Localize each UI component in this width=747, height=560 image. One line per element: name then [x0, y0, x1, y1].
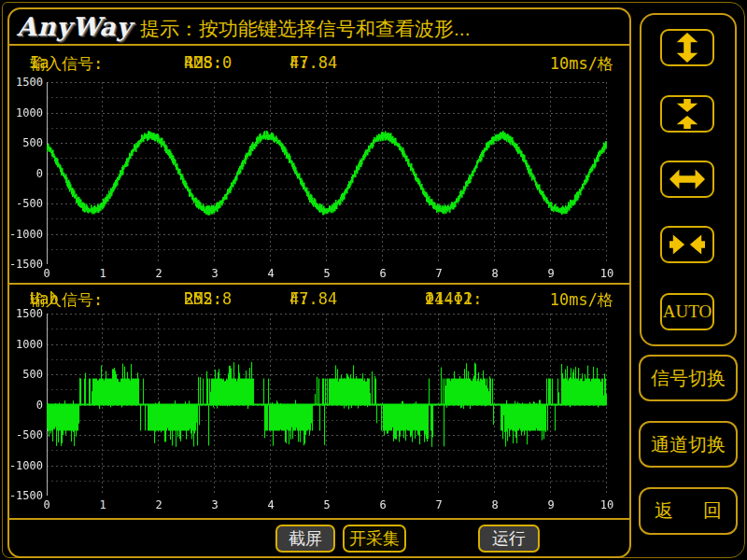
y-tick-label: 500 [7, 368, 43, 381]
y-tick-label: 1000 [7, 338, 43, 351]
hint-text: 提示：按功能键选择信号和查看波形... [140, 16, 471, 42]
x-tick-label: 8 [481, 498, 509, 511]
x-tick-label: 0 [33, 498, 61, 511]
y-tick-label: -500 [7, 197, 43, 210]
main-display-area: AnyWay 提示：按功能键选择信号和查看波形... 输入信号:Ia RMS:4… [7, 7, 631, 558]
anyway-logo: AnyWay [17, 12, 132, 41]
expand-vertical-button[interactable] [660, 29, 714, 66]
waveform1-plot: 150010005000-500-1000-1500012345678910 [47, 82, 607, 264]
y-tick-label: 500 [7, 136, 43, 149]
x-tick-label: 5 [313, 267, 341, 280]
x-tick-label: 5 [313, 498, 341, 511]
y-tick-label: 0 [7, 167, 43, 180]
waveform1-header: 输入信号:Ia RMS:428.0 F:47.84 10ms/格 [9, 53, 629, 74]
x-tick-label: 0 [33, 267, 61, 280]
x-tick-label: 7 [425, 498, 453, 511]
compress-horizontal-icon [669, 233, 705, 256]
y-tick-label: 1500 [7, 76, 43, 89]
x-tick-label: 2 [145, 498, 173, 511]
expand-vertical-icon [671, 33, 703, 63]
compress-vertical-icon [671, 99, 703, 129]
title-bar: AnyWay 提示：按功能键选择信号和查看波形... [9, 9, 629, 46]
x-tick-label: 3 [201, 498, 229, 511]
y-tick-label: 0 [7, 399, 43, 412]
y-tick-label: 1500 [7, 307, 43, 320]
waveform2-header: 输入信号:Uab RMS:252.8 F:47.84 Φ1-Φ2:244.1 1… [9, 289, 629, 310]
y-tick-label: -1000 [7, 459, 43, 472]
x-tick-label: 4 [257, 267, 285, 280]
y-tick-label: -1000 [7, 228, 43, 241]
screenshot-button[interactable]: 截屏 [275, 525, 335, 553]
y-tick-label: -500 [7, 428, 43, 441]
x-tick-label: 10 [593, 267, 621, 280]
x-tick-label: 1 [89, 498, 117, 511]
x-tick-label: 9 [537, 498, 565, 511]
waveform2-canvas [47, 314, 607, 496]
x-tick-label: 6 [369, 267, 397, 280]
x-tick-label: 6 [369, 498, 397, 511]
timebase-ch2: 10ms/格 [550, 289, 613, 311]
waveform1-canvas [47, 82, 607, 264]
compress-horizontal-button[interactable] [660, 226, 714, 263]
auto-scale-button[interactable]: AUTO [660, 293, 714, 330]
y-tick-label: 1000 [7, 106, 43, 119]
back-button-label-left: 返 [655, 498, 673, 524]
start-acquisition-button[interactable]: 开采集 [343, 525, 406, 553]
waveform2-plot: 150010005000-500-1000-1500012345678910 [47, 314, 607, 496]
channel-switch-button[interactable]: 通道切换 [639, 421, 738, 468]
x-tick-label: 7 [425, 267, 453, 280]
footer-separator [9, 518, 629, 520]
x-tick-label: 9 [537, 267, 565, 280]
expand-horizontal-button[interactable] [660, 161, 714, 198]
signal-switch-button[interactable]: 信号切换 [639, 355, 738, 401]
x-tick-label: 8 [481, 267, 509, 280]
x-tick-label: 2 [145, 267, 173, 280]
back-button[interactable]: 返 回 [639, 487, 738, 535]
x-tick-label: 3 [201, 267, 229, 280]
expand-horizontal-icon [669, 168, 705, 190]
x-tick-label: 10 [593, 498, 621, 511]
x-tick-label: 1 [89, 267, 117, 280]
back-button-label-right: 回 [703, 498, 722, 524]
panel-separator [9, 283, 629, 285]
timebase-ch1: 10ms/格 [550, 53, 613, 75]
run-button[interactable]: 运行 [478, 525, 540, 553]
compress-vertical-button[interactable] [660, 95, 714, 133]
x-tick-label: 4 [257, 498, 285, 511]
analyzer-screen: AnyWay 提示：按功能键选择信号和查看波形... 输入信号:Ia RMS:4… [0, 0, 747, 560]
